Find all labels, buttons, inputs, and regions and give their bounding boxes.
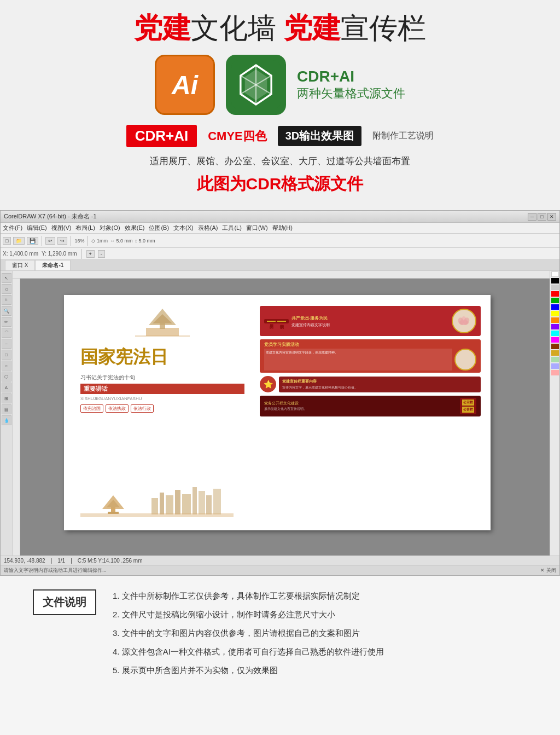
bottom-status: ✕ 关闭 xyxy=(540,567,556,574)
tool-table[interactable]: ⊞ xyxy=(2,393,11,403)
final-label-2: 公告栏 xyxy=(462,407,474,413)
panel-middle: 党员学习实践活动 党建文化内容宣传说明文字段落，体现党建精神。 xyxy=(260,339,481,373)
cdr-menubar: 文件(F) 编辑(E) 视图(V) 布局(L) 对象(O) 效果(E) 位图(B… xyxy=(1,223,559,234)
tool-shape[interactable]: ◇ xyxy=(2,284,11,294)
swatch-green[interactable] xyxy=(551,298,559,303)
toolbar-save[interactable]: 💾 xyxy=(27,237,38,245)
svg-rect-15 xyxy=(151,498,158,514)
titlebar-controls: ─ □ ✕ xyxy=(528,213,556,221)
cdr-canvas[interactable]: 昵图网 昵图网 昵图网 xyxy=(20,279,550,555)
menu-text[interactable]: 文本(X) xyxy=(173,224,194,232)
canvas-scroll: 昵图网 昵图网 昵图网 xyxy=(13,279,550,555)
panel-text-1: 党建宣传内容文字说明 xyxy=(291,322,449,327)
maximize-btn[interactable]: □ xyxy=(538,213,546,221)
tool-fill[interactable]: ▤ xyxy=(2,404,11,414)
tool-zoom[interactable]: 🔍 xyxy=(2,306,11,316)
tool-text[interactable]: A xyxy=(2,383,11,392)
close-btn[interactable]: ✕ xyxy=(547,213,556,221)
canvas-left-panel: 国家宪法日 习书记关于宪法的十句 重要讲话 XISHUJIIGUANYUXIAN… xyxy=(69,300,255,525)
menu-help[interactable]: 帮助(H) xyxy=(272,224,293,232)
panel-bottom: ⭐ 党建宣传栏重要内容 宣传内容文字，展示党建文化精神风貌与核心价值。 xyxy=(260,376,481,392)
svg-rect-23 xyxy=(213,489,221,514)
constitution-sub: 习书记关于宪法的十句 xyxy=(80,374,244,381)
tool-freehand[interactable]: ✏ xyxy=(2,317,11,327)
menu-view[interactable]: 视图(V) xyxy=(51,224,72,232)
tool-bezier[interactable]: ⌒ xyxy=(2,328,11,338)
party-text-body: 宣传内容文字，展示党建文化精神风貌与核心价值。 xyxy=(282,385,477,390)
swatch-red[interactable] xyxy=(551,291,559,297)
swatch-brown[interactable] xyxy=(551,344,559,349)
menu-layout[interactable]: 布局(L) xyxy=(75,224,95,232)
toolbar-new[interactable]: □ xyxy=(3,237,11,245)
main-title: 党建文化墙 党建宣传栏 xyxy=(16,11,544,45)
toolbar-open[interactable]: 📁 xyxy=(13,237,25,245)
tool-art[interactable]: ~ xyxy=(2,339,11,349)
swatch-blue[interactable] xyxy=(551,304,559,310)
building-top xyxy=(80,306,244,341)
status-coords: 154.930, -48.882 xyxy=(4,558,45,564)
svg-rect-24 xyxy=(80,513,234,517)
file-desc-item-4: 4. 源文件包含AI一种文件格式，使用者可自行选择自己熟悉的软件进行使用 xyxy=(113,645,527,658)
tag-1: 依宪治国 xyxy=(80,404,103,413)
panel-top: 服务大厅 联系我们 共产党员·服务为民 党建宣传内容文字说明 xyxy=(260,306,481,336)
tab-document[interactable]: 未命名-1 xyxy=(35,260,71,270)
cdr-toolbar2: X: 1,400.0 mm Y: 1,290.0 mm + - xyxy=(1,248,559,260)
panel-mid-text: 党建文化内容宣传说明文字段落，体现党建精神。 xyxy=(264,349,452,371)
ruler-horizontal xyxy=(13,271,550,279)
tag-3: 依法行政 xyxy=(131,404,154,413)
tool-crop[interactable]: ⌗ xyxy=(2,295,11,305)
prop-btn1[interactable]: + xyxy=(86,250,95,258)
label-contact: 联系我们 xyxy=(277,321,286,322)
tag-note: 附制作工艺说明 xyxy=(372,130,434,142)
swatch-lightgreen[interactable] xyxy=(551,357,559,362)
svg-rect-19 xyxy=(182,494,191,514)
title-red-2: 党建 xyxy=(284,12,341,44)
tab-window[interactable]: 窗口 X xyxy=(5,260,35,270)
menu-window[interactable]: 窗口(W) xyxy=(246,224,268,232)
tags-row: CDR+AI CMYE四色 3D输出效果图 附制作工艺说明 xyxy=(16,125,544,147)
panel-final-title: 党务公开栏文化建设 xyxy=(264,401,457,406)
swatch-purple[interactable] xyxy=(551,324,559,329)
canvas-page: 国家宪法日 习书记关于宪法的十句 重要讲话 XISHUJIIGUANYUXIAN… xyxy=(64,295,491,530)
tag-cmye: CMYE四色 xyxy=(208,128,267,144)
party-emblem: ⭐ xyxy=(260,376,276,392)
tool-rect[interactable]: □ xyxy=(2,350,11,360)
swatch-gold[interactable] xyxy=(551,350,559,356)
swatch-pink[interactable] xyxy=(551,370,559,375)
swatch-yellow[interactable] xyxy=(551,311,559,316)
tool-ellipse[interactable]: ○ xyxy=(2,361,11,371)
swatch-orange[interactable] xyxy=(551,317,559,323)
final-label-1: 公示栏 xyxy=(462,400,474,406)
swatch-cyan[interactable] xyxy=(551,331,559,336)
swatch-gray[interactable] xyxy=(551,285,559,290)
swatch-black[interactable] xyxy=(551,278,559,283)
swatch-magenta[interactable] xyxy=(551,337,559,343)
menu-table[interactable]: 表格(A) xyxy=(198,224,218,232)
menu-effects[interactable]: 效果(E) xyxy=(125,224,145,232)
tab-row: 窗口 X 未命名-1 xyxy=(1,260,559,271)
panel-final-labels: 公示栏 公告栏 xyxy=(460,398,476,414)
swatch-lightblue[interactable] xyxy=(551,363,559,369)
svg-rect-9 xyxy=(160,323,165,329)
minimize-btn[interactable]: ─ xyxy=(528,213,536,221)
status-sep: | xyxy=(51,558,52,564)
tag-cdr-ai: CDR+AI xyxy=(126,125,197,147)
menu-file[interactable]: 文件(F) xyxy=(3,224,22,232)
toolbar-redo[interactable]: ↪ xyxy=(57,237,67,245)
toolbar-undo[interactable]: ↩ xyxy=(45,237,55,245)
lotus-svg xyxy=(454,311,474,331)
tool-select[interactable]: ↖ xyxy=(2,273,11,283)
swatch-white[interactable] xyxy=(551,271,559,277)
size-h: ↕ 5.0 mm xyxy=(135,238,155,244)
menu-object[interactable]: 对象(O) xyxy=(100,224,120,232)
title-red-1: 党建 xyxy=(134,12,191,44)
toolbar-sep1 xyxy=(42,236,42,246)
prop-btn2[interactable]: - xyxy=(98,250,105,258)
tool-eyedrop[interactable]: 💧 xyxy=(2,415,11,425)
menu-tools[interactable]: 工具(L) xyxy=(222,224,241,232)
tool-polygon[interactable]: ⬡ xyxy=(2,372,11,381)
menu-bitmap[interactable]: 位图(B) xyxy=(149,224,169,232)
file-desc-list: 1. 文件中所标制作工艺仅供参考，具体制作工艺要根据实际情况制定 2. 文件尺寸… xyxy=(113,589,527,682)
svg-rect-17 xyxy=(166,495,173,514)
menu-edit[interactable]: 编辑(E) xyxy=(27,224,47,232)
